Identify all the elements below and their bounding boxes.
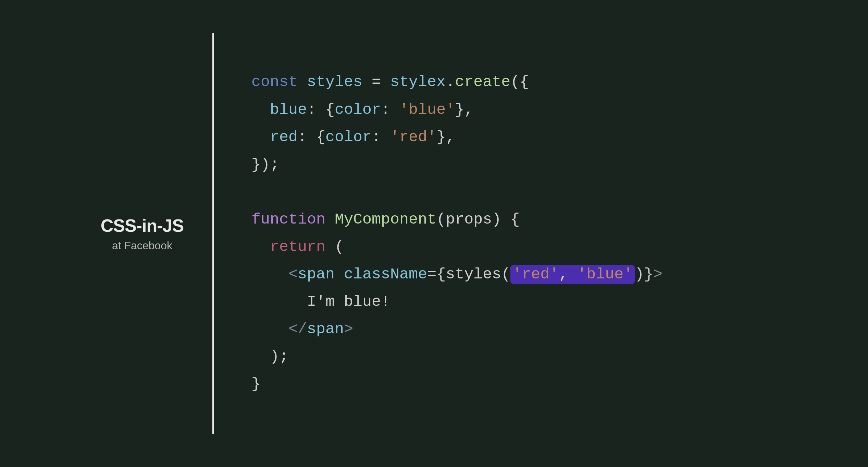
token-property: blue: [270, 101, 307, 119]
indent: [251, 266, 288, 283]
code-line-3: red: {color: 'red'},: [251, 129, 455, 146]
indent: [251, 238, 270, 256]
token-punc: (: [501, 266, 510, 283]
token-punc: :: [372, 129, 390, 146]
code-line-2: blue: {color: 'blue'},: [251, 101, 473, 119]
space: [335, 266, 344, 283]
token-property: color: [335, 101, 381, 119]
token-keyword: const: [251, 73, 298, 91]
token-string: 'blue': [399, 101, 455, 119]
indent: [251, 348, 270, 366]
token-punc: }: [644, 266, 653, 283]
code-line-4: });: [251, 156, 279, 173]
token-punc: }: [251, 375, 261, 393]
token-tag: span: [298, 266, 335, 283]
token-tag-punc: </: [288, 321, 307, 338]
token-punc: ={: [427, 266, 446, 283]
code-line-7: return (: [251, 238, 344, 256]
token-object: stylex: [390, 73, 446, 91]
token-punc: .: [446, 73, 455, 91]
token-property: color: [325, 129, 372, 146]
indent: [251, 101, 270, 119]
code-line-10: </span>: [251, 321, 353, 338]
token-punc: });: [251, 156, 279, 173]
token-punc: : {: [307, 101, 335, 119]
slide-container: CSS-in-JS at Facebook const styles = sty…: [0, 33, 868, 434]
token-punc: ): [635, 266, 644, 283]
token-keyword: function: [251, 211, 325, 228]
token-punc: :: [381, 101, 399, 119]
token-attribute: className: [344, 266, 427, 283]
token-method: create: [455, 73, 510, 91]
token-punc: (: [325, 238, 344, 256]
code-line-9: I'm blue!: [251, 293, 390, 311]
token-punc: },: [436, 129, 455, 146]
token-tag-punc: >: [653, 266, 662, 283]
token-tag: span: [307, 321, 344, 338]
token-punc: );: [270, 348, 288, 366]
code-line-6: function MyComponent(props) {: [251, 211, 520, 228]
token-keyword: return: [270, 238, 325, 256]
highlighted-args: 'red', 'blue': [510, 265, 635, 284]
token-property: red: [270, 129, 298, 146]
token-operator: =: [362, 73, 390, 91]
sidebar: CSS-in-JS at Facebook: [96, 215, 212, 252]
token-tag-punc: >: [344, 321, 353, 338]
indent: [251, 293, 307, 311]
code-line-12: }: [251, 375, 261, 393]
slide-title: CSS-in-JS: [101, 215, 184, 236]
token-variable: styles: [307, 73, 362, 91]
token-punc: ({: [510, 73, 529, 91]
token-string: 'blue': [577, 266, 633, 283]
token-punc: ) {: [492, 211, 520, 228]
slide-subtitle: at Facebook: [112, 239, 172, 252]
token-string: 'red': [512, 266, 559, 283]
indent: [251, 321, 288, 338]
token-punc: : {: [298, 129, 325, 146]
token-function-name: MyComponent: [335, 211, 436, 228]
token-punc: },: [455, 101, 473, 119]
token-call: styles: [446, 266, 501, 283]
indent: [251, 129, 270, 146]
token-string: 'red': [390, 129, 436, 146]
token-jsx-text: I'm blue!: [307, 293, 390, 311]
token-punc: ,: [559, 266, 577, 283]
code-line-8: <span className={styles('red', 'blue')}>: [251, 265, 662, 284]
code-line-1: const styles = stylex.create({: [251, 73, 529, 91]
token-punc: (: [436, 211, 446, 228]
code-block: const styles = stylex.create({ blue: {co…: [214, 69, 662, 398]
token-param: props: [446, 211, 492, 228]
code-line-11: );: [251, 348, 288, 366]
token-tag-punc: <: [288, 266, 298, 283]
